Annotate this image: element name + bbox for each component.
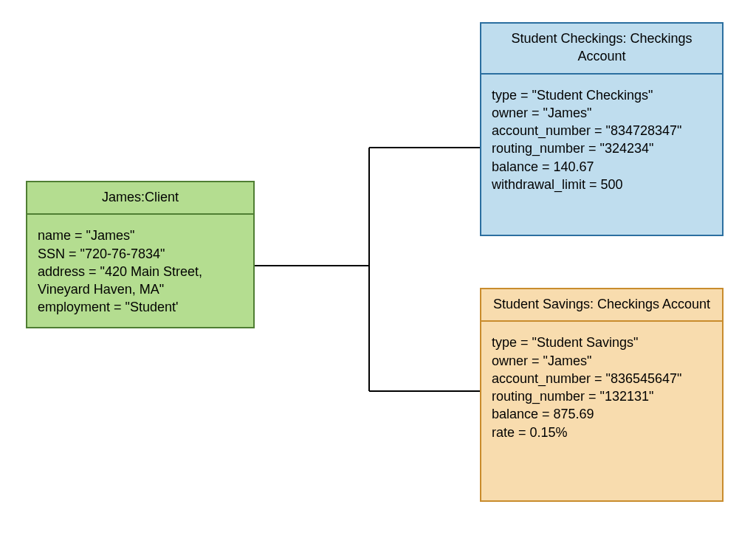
client-attr-name: name = "James" [38,227,243,244]
checkings-title: Student Checkings: Checkings Account [481,24,722,75]
client-attr-ssn: SSN = "720-76-7834" [38,245,243,263]
client-title: James:Client [27,182,253,215]
checkings-attr-balance: balance = 140.67 [492,158,712,176]
savings-title: Student Savings: Checkings Account [481,289,722,322]
savings-attr-owner: owner = "James" [492,352,712,370]
client-attr-employment: employment = "Student' [38,298,243,316]
savings-attr-balance: balance = 875.69 [492,405,712,423]
checkings-attr-account-number: account_number = "834728347" [492,122,712,139]
savings-attr-routing-number: routing_number = "132131" [492,387,712,405]
checkings-account-box: Student Checkings: Checkings Account typ… [480,22,724,236]
checkings-attributes: type = "Student Checkings" owner = "Jame… [481,75,722,204]
savings-account-box: Student Savings: Checkings Account type … [480,288,724,502]
checkings-attr-routing-number: routing_number = "324234" [492,139,712,157]
client-attributes: name = "James" SSN = "720-76-7834" addre… [27,215,253,326]
savings-attr-account-number: account_number = "836545647" [492,370,712,387]
savings-attr-type: type = "Student Savings" [492,334,712,351]
checkings-attr-withdrawal-limit: withdrawal_limit = 500 [492,176,712,193]
checkings-attr-type: type = "Student Checkings" [492,86,712,104]
checkings-attr-owner: owner = "James" [492,104,712,122]
savings-attributes: type = "Student Savings" owner = "James"… [481,322,722,452]
savings-attr-rate: rate = 0.15% [492,424,712,441]
client-attr-address: address = "420 Main Street, Vineyard Hav… [38,263,243,299]
client-object-box: James:Client name = "James" SSN = "720-7… [26,181,255,328]
